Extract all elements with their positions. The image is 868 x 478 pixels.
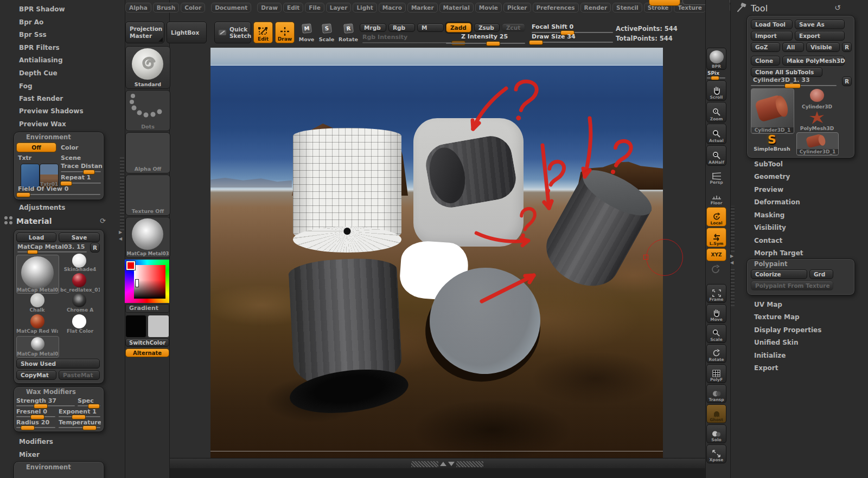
tool-section-unified-skin[interactable]: Unified Skin — [754, 339, 798, 346]
mrgb-button[interactable]: Mrgb — [360, 23, 386, 32]
scroll-button[interactable]: Scroll — [706, 80, 726, 101]
active-tool-thumb[interactable] — [784, 83, 801, 88]
menu-item-mixer[interactable]: Mixer — [19, 451, 40, 458]
menu-item-adjustments[interactable]: Adjustments — [19, 204, 65, 211]
tool-section-export[interactable]: Export — [754, 364, 778, 372]
material-refresh-icon[interactable]: ⟳ — [100, 217, 106, 225]
menu-item-preview-wax[interactable]: Preview Wax — [19, 120, 66, 128]
brush-thumbnail[interactable]: Standard — [125, 46, 170, 89]
environment-bottom-title[interactable]: Environment — [26, 463, 71, 471]
menu-item-depth-cue[interactable]: Depth Cue — [19, 69, 58, 77]
wax-modifiers-title[interactable]: Wax Modifiers — [26, 388, 76, 396]
repeat-label[interactable]: Repeat 1 — [61, 174, 91, 181]
grd-button[interactable]: Grd — [809, 269, 833, 279]
z-intensity-thumb[interactable] — [486, 41, 500, 46]
transp-button[interactable]: Transp — [706, 384, 726, 403]
draw-size-label[interactable]: Draw Size 34 — [532, 33, 576, 40]
color-picker[interactable] — [125, 260, 169, 303]
material-palette-title[interactable]: Material — [16, 217, 52, 225]
tool-section-contact[interactable]: Contact — [754, 237, 782, 244]
zoom-button[interactable]: Zoom — [706, 102, 726, 122]
material-thumb-chalk[interactable]: Chalk — [16, 294, 58, 313]
menu-item-bpr-shadow[interactable]: BPR Shadow — [19, 5, 65, 13]
menu-color[interactable]: Color — [181, 3, 205, 12]
stroke-thumbnail[interactable]: Dots — [125, 90, 170, 131]
h-scrollbar-left[interactable] — [411, 461, 438, 467]
material-save-button[interactable]: Save — [59, 232, 100, 242]
projection-master-button[interactable]: Projection Master — [125, 22, 164, 43]
import-button[interactable]: Import — [751, 31, 793, 41]
material-thumb-skinshade4[interactable]: SkinShade4 — [60, 255, 100, 273]
switchcolor-button[interactable]: SwitchColor — [125, 338, 169, 347]
menu-item-bpr-ao[interactable]: Bpr Ao — [19, 18, 43, 26]
show-used-button[interactable]: Show Used — [16, 359, 100, 369]
zadd-button[interactable]: Zadd — [446, 23, 471, 33]
rgb-intensity-label[interactable]: Rgb Intensity — [362, 34, 407, 41]
m-button[interactable]: M — [417, 23, 444, 32]
menu-file[interactable]: File — [305, 3, 324, 12]
tool-section-display-properties[interactable]: Display Properties — [754, 326, 821, 334]
material-current-thumb[interactable] — [27, 250, 38, 254]
environment-color-thumbnail[interactable] — [21, 164, 40, 188]
menu-render[interactable]: Render — [580, 3, 611, 12]
menu-item-bpr-sss[interactable]: Bpr Sss — [19, 31, 47, 38]
left-divider-arrow-right-icon[interactable]: ▶ — [119, 230, 122, 235]
menu-item-preview-shadows[interactable]: Preview Shadows — [19, 107, 84, 115]
quick-sketch-button[interactable]: Quick Sketch — [214, 22, 251, 43]
menu-brush[interactable]: Brush — [153, 3, 179, 12]
tool-section-morph-target[interactable]: Morph Target — [754, 249, 803, 257]
field-of-view-thumb[interactable] — [16, 192, 30, 197]
zsub-button[interactable]: Zsub — [474, 23, 500, 32]
material-shelf-thumbnail[interactable]: MatCap Metal03 — [125, 217, 170, 258]
menu-marker[interactable]: Marker — [407, 3, 438, 12]
load-tool-button[interactable]: Load Tool — [751, 20, 793, 29]
lightbox-button[interactable]: LightBox — [167, 22, 207, 43]
scroll-up-icon[interactable] — [440, 462, 446, 466]
make-polymesh3d-button[interactable]: Make PolyMesh3D — [782, 56, 845, 66]
save-as-button[interactable]: Save As — [795, 20, 845, 29]
wax-temperature-thumb[interactable] — [82, 425, 97, 430]
environment-txtr-label[interactable]: Txtr — [18, 154, 31, 162]
tool-panel-title[interactable]: Tool — [751, 3, 768, 14]
z-intensity-label[interactable]: Z Intensity 25 — [461, 33, 508, 40]
nav-rotate-button[interactable]: Rotate — [706, 344, 726, 363]
tool-section-preview[interactable]: Preview — [754, 186, 783, 193]
rgb-button[interactable]: Rgb — [388, 23, 415, 32]
tool-thumb-cylinder3d-1[interactable]: Cylinder3D_1 — [796, 132, 839, 156]
zcut-button[interactable]: Zcut — [502, 23, 525, 32]
z-intensity-slider[interactable] — [446, 43, 525, 44]
environment-scene-label[interactable]: Scene — [61, 154, 81, 162]
frame-button[interactable]: Frame — [706, 284, 726, 303]
tool-section-deformation[interactable]: Deformation — [754, 198, 800, 206]
alternate-button[interactable]: Alternate — [125, 348, 169, 357]
tool-thumb-cylinder3d[interactable]: Cylinder3D — [796, 88, 838, 111]
left-divider-scrollbar[interactable] — [120, 157, 124, 230]
polypaint-from-texture-button[interactable]: Polypaint From Texture — [751, 281, 833, 290]
draw-size-slider[interactable] — [532, 42, 613, 43]
aahalf-button[interactable]: AAHalf — [706, 145, 726, 166]
material-thumb-chrome-a[interactable]: Chrome A — [60, 294, 100, 313]
tool-section-texture-map[interactable]: Texture Map — [754, 313, 800, 321]
material-thumb-red-wax[interactable]: MatCap Red Wa: — [16, 314, 58, 334]
active-tool-slider-label[interactable]: Cylinder3D_1. 33 — [753, 76, 810, 83]
spix-thumb[interactable] — [711, 76, 719, 80]
environment-title[interactable]: Environment — [26, 133, 71, 141]
material-thumb-active[interactable]: MatCap Metal03 — [16, 255, 59, 294]
material-thumb-flat-color[interactable]: Flat Color — [60, 314, 100, 334]
export-button[interactable]: Export — [795, 31, 845, 41]
material-thumb-metal03-small[interactable]: MatCap Metal03 — [16, 336, 59, 358]
menu-draw[interactable]: Draw — [257, 3, 282, 12]
material-thumb-redlatex[interactable]: bc_redlatex_01 — [60, 274, 100, 293]
clone-all-subtools-button[interactable]: Clone All SubTools — [751, 67, 822, 77]
texture-thumbnail[interactable]: Texture Off — [125, 175, 170, 216]
menu-item-fog[interactable]: Fog — [19, 82, 33, 90]
tool-section-visibility[interactable]: Visibility — [754, 224, 786, 231]
topright-orange-button[interactable] — [649, 0, 680, 6]
floor-button[interactable]: Floor — [706, 186, 726, 206]
menu-layer[interactable]: Layer — [326, 3, 352, 12]
menu-document[interactable]: Document — [211, 3, 251, 12]
nav-scale-button[interactable]: Scale — [706, 324, 726, 343]
draw-size-thumb[interactable] — [529, 40, 543, 45]
pastemat-button[interactable]: PasteMat — [59, 370, 100, 380]
goz-r-button[interactable]: R — [842, 42, 852, 52]
